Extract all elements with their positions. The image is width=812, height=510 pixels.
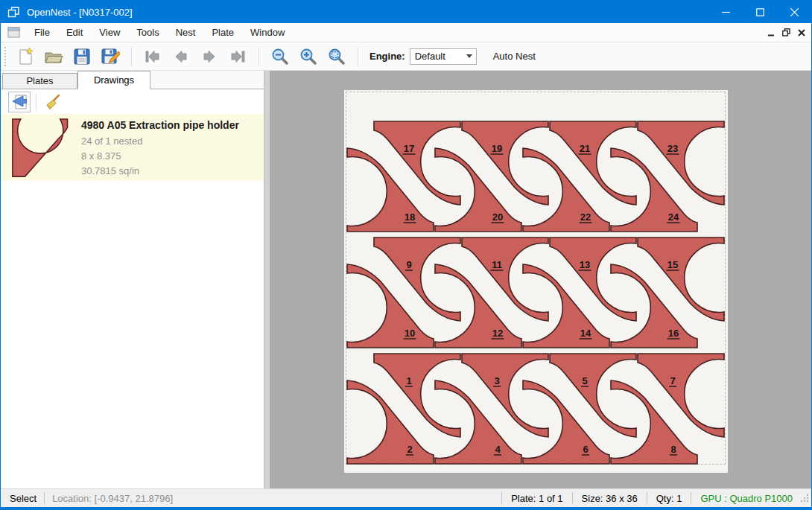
save-icon [72,47,92,66]
part-number: 22 [580,211,591,223]
part-number: 20 [492,211,503,223]
go-first-button[interactable] [140,45,165,68]
status-separator [572,492,573,504]
engine-select[interactable]: Default [410,48,477,65]
menu-plate[interactable]: Plate [203,24,242,41]
part-thumbnail [10,118,71,179]
save-button[interactable] [69,45,95,68]
menu-nest[interactable]: Nest [168,24,204,41]
toolbar-separator [131,47,132,66]
main-toolbar: Engine: Default Auto Nest [1,42,811,71]
part-number: 15 [667,259,678,270]
drawings-toolbar [1,89,264,114]
minimize-button[interactable] [708,1,743,23]
go-last-icon [228,47,247,66]
part-number: 5 [582,375,587,386]
part-number: 12 [492,328,503,339]
zoom-in-button[interactable] [296,45,321,68]
save-as-button[interactable] [98,45,123,68]
drawing-list-item[interactable]: 4980 A05 Extraction pipe holder 24 of 1 … [1,114,264,181]
mdi-restore-icon [782,28,790,36]
open-folder-icon [44,47,63,66]
part-size: 8 x 8.375 [81,150,239,162]
part-number: 21 [580,143,590,154]
clean-broom-icon [44,93,62,111]
new-file-icon [16,47,35,66]
mdi-close-icon [798,29,805,36]
panel-toolbar-separator [36,93,37,111]
maximize-button[interactable] [743,1,777,23]
close-button[interactable] [777,1,811,23]
menu-window[interactable]: Window [242,24,293,41]
mdi-minimize-button[interactable] [767,29,775,36]
app-icon [7,6,20,19]
part-number: 11 [492,259,502,270]
clean-broom-button[interactable] [42,92,64,112]
status-separator [691,492,691,504]
menu-tools[interactable]: Tools [128,24,167,41]
back-import-icon [10,93,28,111]
tab-strip: Plates Drawings [1,71,264,89]
auto-nest-button[interactable]: Auto Nest [489,48,540,65]
mdi-minimize-icon [767,29,775,36]
toolbar-separator [358,47,358,66]
part-number: 8 [670,444,676,455]
go-last-button[interactable] [225,45,250,68]
go-previous-icon [171,47,191,66]
engine-label: Engine: [369,51,405,62]
menu-view[interactable]: View [91,24,128,41]
plate: 171819202122232491011121314151612345678 [344,90,728,473]
title-bar: OpenNest - [N0317-002] [1,1,811,23]
part-number: 24 [668,211,679,223]
mdi-window-controls [767,28,805,36]
part-nested-count: 24 of 1 nested [81,136,239,147]
status-size: Size: 36 x 36 [580,493,639,504]
tab-drawings[interactable]: Drawings [77,71,150,89]
nest-canvas[interactable]: 171819202122232491011121314151612345678 [270,71,811,488]
menu-file[interactable]: File [26,24,58,41]
new-file-button[interactable] [13,45,38,68]
tab-plates[interactable]: Plates [2,73,77,89]
status-gpu: GPU : Quadro P1000 [699,493,800,504]
part-number: 1 [406,375,411,386]
part-number: 2 [407,444,412,455]
panel-splitter[interactable] [264,71,270,488]
part-number: 14 [580,328,591,339]
part-number: 16 [668,328,679,339]
zoom-extents-button[interactable] [324,45,349,68]
open-file-button[interactable] [41,45,66,68]
part-number: 19 [492,143,502,154]
chevron-down-icon [466,54,472,58]
mdi-close-button[interactable] [798,29,805,36]
engine-selected-value: Default [415,51,445,62]
menu-edit[interactable]: Edit [58,24,91,41]
toolbar-separator [258,47,259,66]
part-number: 13 [580,259,590,270]
status-location: Location: [-0.9437, 21.8796] [52,493,173,504]
part-number: 17 [404,143,414,154]
status-separator [501,492,502,504]
go-next-button[interactable] [197,45,222,68]
maximize-icon [756,8,764,16]
part-number: 23 [667,143,678,154]
part-number: 3 [494,375,499,386]
back-import-button[interactable] [8,92,31,112]
toolbar-grip[interactable] [4,47,7,66]
resize-grip[interactable] [800,494,809,503]
part-number: 9 [406,259,411,270]
zoom-out-icon [270,47,290,66]
part-number: 4 [495,444,501,455]
zoom-out-button[interactable] [267,45,293,68]
part-number: 10 [405,328,415,339]
mdi-child-icon[interactable] [7,27,20,38]
go-next-icon [200,47,219,66]
status-separator [647,492,647,504]
save-as-icon [101,47,120,66]
part-number: 7 [670,375,675,386]
mdi-restore-button[interactable] [782,28,790,36]
status-separator [44,492,45,504]
status-plate: Plate: 1 of 1 [510,493,564,504]
status-bar: Select Location: [-0.9437, 21.8796] Plat… [1,488,811,507]
go-previous-button[interactable] [168,45,194,68]
app-window: OpenNest - [N0317-002] FileEditViewTools… [0,0,812,510]
